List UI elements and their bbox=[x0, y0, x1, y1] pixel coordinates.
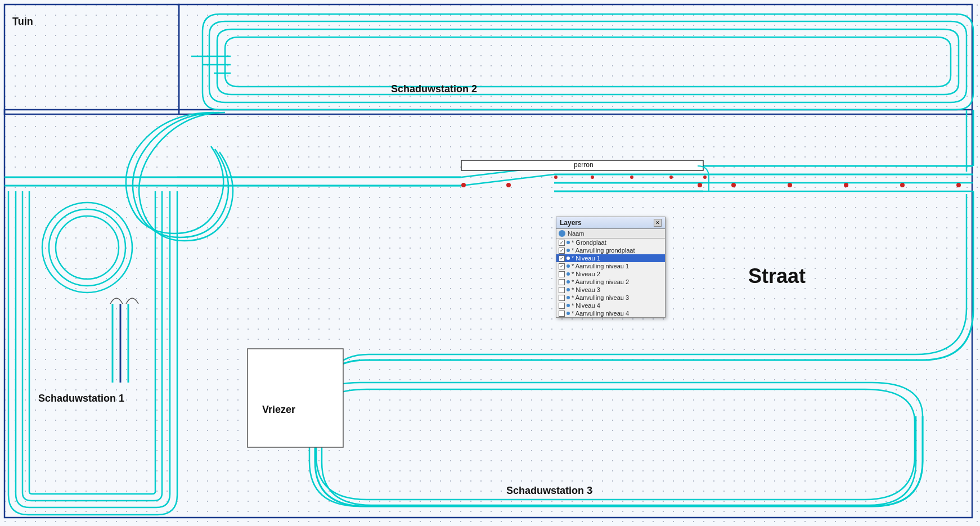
main-canvas: Tuin Schaduwstation 2 Schaduwstation 1 S… bbox=[0, 0, 980, 526]
svg-point-17 bbox=[49, 209, 125, 286]
layers-row-dot-aanvulling-grondplaat bbox=[567, 249, 570, 252]
layers-checkbox-aanvulling-niveau-4[interactable] bbox=[559, 311, 565, 317]
layers-rows-list: ✓* Grondplaat✓* Aanvulling grondplaat✓* … bbox=[556, 239, 665, 317]
svg-rect-22 bbox=[248, 349, 343, 447]
track-joint bbox=[788, 183, 792, 187]
layers-row-dot-niveau-2 bbox=[567, 272, 570, 276]
layers-row-label-niveau-4: * Niveau 4 bbox=[572, 302, 600, 309]
layers-row-aanvulling-niveau-3[interactable]: * Aanvulling niveau 3 bbox=[556, 294, 665, 302]
layers-column-header: Naam bbox=[556, 229, 665, 239]
track-joint bbox=[956, 183, 961, 187]
track-joint bbox=[698, 183, 702, 187]
layers-row-dot-grondplaat bbox=[567, 241, 570, 244]
layers-panel-header: Layers ✕ bbox=[556, 217, 665, 229]
layers-row-dot-aanvulling-niveau-1 bbox=[567, 264, 570, 268]
layers-col-icon bbox=[559, 230, 565, 237]
layers-row-label-niveau-3: * Niveau 3 bbox=[572, 286, 600, 293]
track-joint bbox=[900, 183, 905, 187]
layers-col-label: Naam bbox=[568, 230, 584, 237]
layers-row-label-niveau-1: * Niveau 1 bbox=[572, 255, 600, 262]
layers-row-label-aanvulling-grondplaat: * Aanvulling grondplaat bbox=[572, 247, 635, 254]
layers-close-button[interactable]: ✕ bbox=[654, 219, 662, 227]
track-joint bbox=[703, 176, 707, 179]
layers-row-aanvulling-niveau-4[interactable]: * Aanvulling niveau 4 bbox=[556, 309, 665, 317]
layers-row-niveau-1[interactable]: ✓* Niveau 1 bbox=[556, 254, 665, 262]
perron-label: perron bbox=[574, 161, 594, 169]
layers-row-dot-aanvulling-niveau-4 bbox=[567, 312, 570, 315]
layers-checkbox-niveau-4[interactable] bbox=[559, 303, 565, 309]
layers-checkbox-aanvulling-niveau-1[interactable]: ✓ bbox=[559, 263, 565, 269]
layers-row-label-aanvulling-niveau-3: * Aanvulling niveau 3 bbox=[572, 294, 629, 301]
layers-row-niveau-2[interactable]: * Niveau 2 bbox=[556, 270, 665, 278]
layers-row-dot-niveau-3 bbox=[567, 288, 570, 291]
track-joint bbox=[731, 183, 736, 187]
layers-row-label-aanvulling-niveau-4: * Aanvulling niveau 4 bbox=[572, 310, 629, 317]
tuin-label: Tuin bbox=[12, 16, 33, 28]
track-joint bbox=[669, 176, 673, 179]
layers-row-dot-niveau-1 bbox=[567, 257, 570, 260]
layers-row-label-niveau-2: * Niveau 2 bbox=[572, 271, 600, 277]
layers-checkbox-grondplaat[interactable]: ✓ bbox=[559, 240, 565, 246]
track-joint bbox=[591, 176, 594, 179]
schaduwstation2-label: Schaduwstation 2 bbox=[391, 83, 477, 95]
track-joint bbox=[844, 183, 848, 187]
layers-row-label-aanvulling-niveau-1: * Aanvulling niveau 1 bbox=[572, 263, 629, 269]
track-joint bbox=[461, 183, 466, 187]
layers-checkbox-aanvulling-niveau-2[interactable] bbox=[559, 279, 565, 285]
straat-label: Straat bbox=[748, 264, 806, 288]
layers-checkbox-niveau-3[interactable] bbox=[559, 287, 565, 293]
layers-row-aanvulling-niveau-2[interactable]: * Aanvulling niveau 2 bbox=[556, 278, 665, 286]
layers-close-icon: ✕ bbox=[655, 220, 660, 226]
layers-checkbox-aanvulling-grondplaat[interactable]: ✓ bbox=[559, 248, 565, 254]
layers-row-aanvulling-niveau-1[interactable]: ✓* Aanvulling niveau 1 bbox=[556, 262, 665, 270]
layers-checkbox-niveau-2[interactable] bbox=[559, 271, 565, 277]
track-joint bbox=[506, 183, 511, 187]
layers-row-dot-niveau-4 bbox=[567, 304, 570, 307]
vriezer-label: Vriezer bbox=[262, 404, 295, 416]
schaduwstation3-label: Schaduwstation 3 bbox=[506, 485, 592, 497]
layers-row-aanvulling-grondplaat[interactable]: ✓* Aanvulling grondplaat bbox=[556, 246, 665, 254]
layers-row-dot-aanvulling-niveau-3 bbox=[567, 296, 570, 299]
layers-panel: Layers ✕ Naam ✓* Grondplaat✓* Aanvulling… bbox=[556, 217, 666, 318]
track-joint bbox=[554, 176, 558, 179]
layers-row-label-grondplaat: * Grondplaat bbox=[572, 239, 606, 246]
track-diagram bbox=[0, 0, 980, 526]
track-joint bbox=[630, 176, 633, 179]
layers-row-niveau-3[interactable]: * Niveau 3 bbox=[556, 286, 665, 294]
layers-row-niveau-4[interactable]: * Niveau 4 bbox=[556, 302, 665, 309]
layers-row-label-aanvulling-niveau-2: * Aanvulling niveau 2 bbox=[572, 278, 629, 285]
layers-row-grondplaat[interactable]: ✓* Grondplaat bbox=[556, 239, 665, 246]
svg-point-18 bbox=[56, 216, 119, 279]
layers-checkbox-aanvulling-niveau-3[interactable] bbox=[559, 295, 565, 301]
layers-checkbox-niveau-1[interactable]: ✓ bbox=[559, 255, 565, 262]
layers-row-dot-aanvulling-niveau-2 bbox=[567, 280, 570, 284]
schaduwstation1-label: Schaduwstation 1 bbox=[38, 393, 124, 404]
layers-panel-title: Layers bbox=[560, 219, 582, 227]
